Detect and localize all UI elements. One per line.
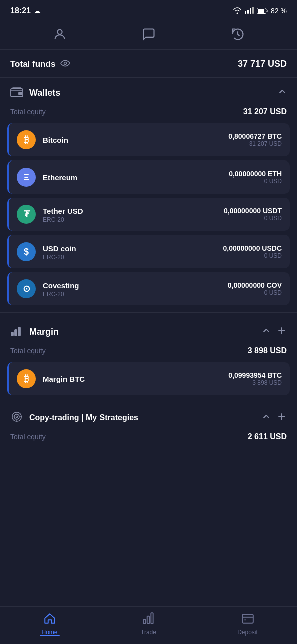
trade-icon	[142, 612, 155, 627]
svg-point-2	[57, 30, 62, 34]
eye-icon[interactable]	[60, 59, 70, 69]
margin-plus-icon[interactable]	[277, 326, 287, 338]
wallet-info-margin-btc: Margin BTC	[43, 374, 228, 384]
wallet-item-cov[interactable]: ⊙ Covesting ERC-20 0,00000000 COV 0 USD	[7, 272, 290, 305]
copytrading-section-title: Copy-trading | My Strategies	[29, 413, 256, 422]
wallets-equity-row: Total equity 31 207 USD	[0, 105, 297, 123]
wallet-usd-usdt: 0 USD	[224, 215, 282, 222]
margin-list: ₿ Margin BTC 0,09993954 BTC 3 898 USD	[0, 362, 297, 395]
total-funds-section: Total funds 37 717 USD	[0, 50, 297, 78]
svg-rect-18	[151, 613, 153, 624]
margin-section-title: Margin	[29, 327, 256, 337]
copytrading-icon	[10, 411, 23, 424]
profile-button[interactable]	[52, 26, 68, 42]
wallet-subtitle-usdc: ERC-20	[43, 254, 223, 261]
svg-rect-19	[242, 614, 253, 623]
wallet-crypto-margin-btc: 0,09993954 BTC	[228, 371, 282, 379]
wallet-usd-usdc: 0 USD	[223, 252, 282, 259]
wallets-chevron-icon[interactable]	[278, 87, 287, 98]
battery-icon	[257, 8, 268, 14]
wallet-amounts-btc: 0,80006727 BTC 31 207 USD	[228, 132, 282, 147]
total-funds-label: Total funds	[10, 59, 55, 69]
margin-icon	[10, 325, 23, 338]
copytrading-plus-icon[interactable]	[277, 412, 287, 424]
svg-point-10	[14, 414, 19, 419]
nav-trade[interactable]: Trade	[99, 612, 198, 636]
wallets-section-title: Wallets	[29, 88, 272, 98]
svg-rect-16	[143, 619, 145, 624]
wallet-name-usdc: USD coin	[43, 243, 223, 254]
home-icon	[43, 612, 56, 627]
wallet-subtitle-cov: ERC-20	[43, 291, 228, 298]
wallet-item-margin-btc[interactable]: ₿ Margin BTC 0,09993954 BTC 3 898 USD	[7, 362, 290, 395]
wallet-name-cov: Covesting	[43, 280, 228, 291]
wallet-item-btc[interactable]: ₿ Bitcoin 0,80006727 BTC 31 207 USD	[7, 123, 290, 156]
wallet-usd-cov: 0 USD	[228, 289, 282, 296]
wallet-crypto-eth: 0,00000000 ETH	[229, 170, 282, 178]
wallet-subtitle-usdt: ERC-20	[43, 216, 224, 223]
margin-equity-row: Total equity 3 898 USD	[0, 344, 297, 362]
svg-rect-7	[15, 330, 17, 336]
svg-rect-17	[147, 616, 149, 624]
wallet-usd-btc: 31 207 USD	[228, 140, 282, 147]
margin-equity-value: 3 898 USD	[248, 346, 287, 355]
wallet-item-eth[interactable]: Ξ Ethereum 0,00000000 ETH 0 USD	[7, 160, 290, 194]
btc-coin-icon: ₿	[17, 130, 36, 149]
margin-chevron-icon[interactable]	[262, 326, 271, 337]
wallets-icon	[10, 86, 23, 99]
nav-home[interactable]: Home	[0, 612, 99, 636]
total-funds-amount: 37 717 USD	[238, 59, 287, 69]
wallet-crypto-usdt: 0,00000000 USDT	[224, 207, 282, 215]
nav-deposit[interactable]: Deposit	[198, 612, 297, 636]
wallet-name-btc: Bitcoin	[43, 135, 228, 145]
cov-coin-icon: ⊙	[17, 279, 36, 298]
wallet-name-margin-btc: Margin BTC	[43, 374, 228, 384]
wallet-amounts-usdc: 0,00000000 USDC 0 USD	[223, 244, 282, 259]
wallet-item-usdt[interactable]: ₮ Tether USD ERC-20 0,00000000 USDT 0 US…	[7, 198, 290, 231]
status-icons: 82 %	[233, 7, 287, 15]
wallet-info-usdt: Tether USD ERC-20	[43, 206, 224, 223]
svg-rect-6	[11, 332, 13, 336]
wallet-item-usdc[interactable]: $ USD coin ERC-20 0,00000000 USDC 0 USD	[7, 235, 290, 268]
wallets-list: ₿ Bitcoin 0,80006727 BTC 31 207 USD Ξ Et…	[0, 123, 297, 305]
cloud-icon: ☁	[34, 7, 41, 15]
wallet-crypto-cov: 0,00000000 COV	[228, 281, 282, 289]
wallet-crypto-usdc: 0,00000000 USDC	[223, 244, 282, 252]
wallet-info-eth: Ethereum	[43, 172, 229, 183]
wallet-usd-eth: 0 USD	[229, 178, 282, 185]
wallet-info-usdc: USD coin ERC-20	[43, 243, 223, 261]
margin-section-header: Margin	[0, 317, 297, 344]
usdc-coin-icon: $	[17, 242, 36, 261]
svg-point-3	[64, 62, 67, 64]
wallet-amounts-eth: 0,00000000 ETH 0 USD	[229, 170, 282, 185]
copytrading-chevron-icon[interactable]	[262, 412, 271, 423]
svg-point-11	[16, 416, 17, 417]
deposit-label: Deposit	[237, 629, 258, 636]
svg-rect-5	[19, 92, 22, 95]
wallet-amounts-margin-btc: 0,09993954 BTC 3 898 USD	[228, 371, 282, 386]
wallet-amounts-usdt: 0,00000000 USDT 0 USD	[224, 207, 282, 222]
svg-rect-1	[258, 9, 264, 13]
copytrading-equity-row: Total equity 2 611 USD	[0, 430, 297, 448]
svg-point-9	[12, 412, 22, 422]
copytrading-section-header: Copy-trading | My Strategies	[0, 403, 297, 430]
wallet-name-usdt: Tether USD	[43, 206, 224, 216]
bottom-nav: Home Trade Deposit	[0, 606, 297, 644]
trade-label: Trade	[141, 629, 156, 636]
wallet-crypto-btc: 0,80006727 BTC	[228, 132, 282, 140]
margin-btc-coin-icon: ₿	[17, 369, 36, 388]
history-button[interactable]	[230, 26, 246, 42]
wallet-usd-margin-btc: 3 898 USD	[228, 379, 282, 386]
wallet-amounts-cov: 0,00000000 COV 0 USD	[228, 281, 282, 296]
eth-coin-icon: Ξ	[17, 168, 36, 187]
wallets-section-header: Wallets	[0, 78, 297, 105]
wallets-equity-label: Total equity	[10, 108, 46, 116]
deposit-icon	[241, 612, 254, 627]
chat-button[interactable]	[141, 26, 157, 42]
battery-percent: 82 %	[271, 7, 287, 15]
status-time: 18:21	[10, 6, 31, 15]
wallets-equity-value: 31 207 USD	[243, 107, 287, 116]
signal-icon	[245, 7, 254, 15]
status-bar: 18:21 ☁ 8	[0, 0, 297, 19]
main-content: Total funds 37 717 USD Wallets	[0, 50, 297, 489]
